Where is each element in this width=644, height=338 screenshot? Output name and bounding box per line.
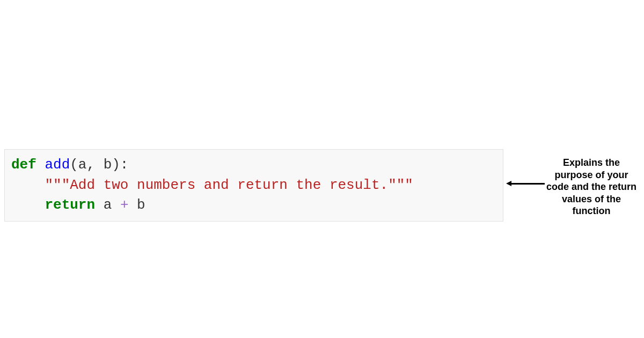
code-block: def add(a, b): """Add two numbers and re… bbox=[4, 149, 503, 222]
keyword-return: return bbox=[45, 197, 95, 213]
var-b: b bbox=[128, 197, 145, 213]
arrow-line bbox=[510, 183, 545, 185]
arrow-head-icon bbox=[506, 181, 511, 186]
keyword-def: def bbox=[11, 157, 36, 173]
annotation-text: Explains the purpose of your code and th… bbox=[543, 157, 640, 217]
params: a, b bbox=[78, 157, 112, 173]
paren-open: ( bbox=[70, 157, 78, 173]
space bbox=[36, 157, 45, 173]
operator-plus: + bbox=[120, 197, 129, 213]
function-name: add bbox=[45, 157, 70, 173]
space bbox=[95, 197, 104, 213]
var-a: a bbox=[104, 197, 120, 213]
indent bbox=[11, 177, 45, 193]
docstring: """Add two numbers and return the result… bbox=[45, 177, 413, 193]
paren-close-colon: ): bbox=[112, 157, 128, 173]
indent bbox=[11, 197, 45, 213]
arrow-icon bbox=[506, 181, 545, 186]
